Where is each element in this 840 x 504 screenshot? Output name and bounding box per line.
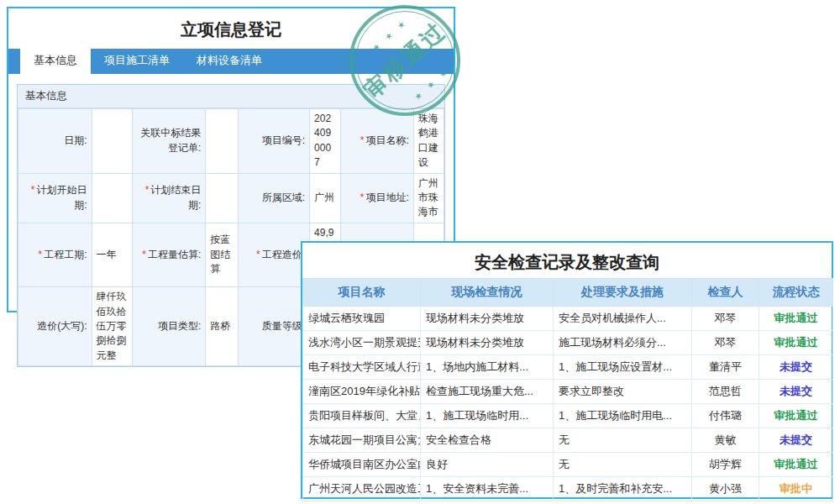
query-row: 浅水湾小区一期景观提升现场材料未分类堆放施工现场材料必须分...邓琴审批通过	[303, 331, 833, 355]
tab-bar: 基本信息 项目施工清单 材料设备清单	[8, 49, 454, 74]
col-flow-status: 流程状态	[759, 279, 833, 307]
measures-cell: 施工现场材料必须分...	[554, 331, 692, 355]
query-row: 华侨城项目南区办公室内良好无胡学辉审批通过	[303, 453, 833, 477]
site-situation-cell: 1、施工现场临时用...	[421, 404, 554, 428]
field-value	[92, 109, 132, 174]
project-name-link[interactable]: 东城花园一期项目公寓大	[303, 428, 421, 453]
query-row: 广州天河人民公园改造工1、安全资料未完善...1、及时完善和补充安...黄小强审…	[303, 477, 833, 501]
required-marker: *	[360, 192, 365, 203]
field-value	[206, 109, 238, 174]
field-label: *计划开始日期:	[18, 173, 92, 223]
form-row: 日期:关联中标结果登记单:项目编号:2024090007*项目名称:珠海鹤港口建…	[18, 109, 444, 174]
col-measures: 处理要求及措施	[554, 279, 692, 307]
field-label: *计划结束日期:	[132, 173, 206, 223]
site-situation-cell: 1、场地内施工材料...	[421, 355, 554, 380]
status-badge: 审批通过	[759, 307, 833, 331]
query-row: 贵阳项目样板间、大堂、1、施工现场临时用...1、施工现场临时用电...付伟璐审…	[303, 404, 833, 428]
query-row: 东城花园一期项目公寓大安全检查合格无黄敏未提交	[303, 428, 833, 453]
inspector-cell: 黄敏	[692, 428, 759, 453]
inspector-cell: 邓琴	[692, 331, 759, 355]
inspector-cell: 邓琴	[692, 307, 759, 331]
field-value: 珠海鹤港口建设	[413, 109, 444, 174]
field-label: 项目类型:	[132, 287, 206, 366]
query-row: 电子科技大学区域人行道1、场地内施工材料...1、施工现场应设置材...董清平未…	[303, 355, 833, 380]
status-badge: 未提交	[759, 428, 833, 453]
status-badge: 未提交	[759, 380, 833, 404]
required-marker: *	[145, 184, 150, 196]
form-row: *计划开始日期:*计划结束日期:所属区域:广州*项目地址:广州市珠海市	[18, 173, 444, 223]
project-name-link[interactable]: 贵阳项目样板间、大堂、	[303, 404, 421, 428]
field-value: 2024090007	[310, 109, 341, 174]
inspector-cell: 黄小强	[692, 477, 759, 501]
required-marker: *	[39, 249, 43, 260]
status-badge: 审批通过	[759, 404, 833, 428]
site-situation-cell: 安全检查合格	[421, 428, 554, 453]
field-label: 所属区域:	[238, 173, 310, 223]
project-name-link[interactable]: 绿城云栖玫瑰园	[303, 307, 421, 331]
measures-cell: 1、施工现场应设置材...	[554, 355, 692, 380]
col-inspector: 检查人	[692, 279, 759, 307]
field-value: 肆仟玖佰玖拾伍万零捌拾捌元整	[92, 287, 132, 366]
project-name-link[interactable]: 电子科技大学区域人行道	[303, 355, 421, 380]
field-value: 按蓝图结算	[206, 223, 238, 287]
site-situation-cell: 1、安全资料未完善...	[421, 477, 554, 501]
site-situation-cell: 良好	[421, 453, 554, 477]
project-name-link[interactable]: 浅水湾小区一期景观提升	[303, 331, 421, 355]
col-project-name: 项目名称	[303, 279, 421, 307]
field-value: 路桥	[206, 287, 238, 366]
field-label: *项目地址:	[341, 173, 414, 223]
project-name-link[interactable]: 华侨城项目南区办公室内	[303, 453, 421, 477]
field-label: 关联中标结果登记单:	[132, 109, 206, 174]
inspector-cell: 董清平	[692, 355, 759, 380]
field-label: 造价(大写):	[18, 287, 92, 366]
field-label: *工程造价:	[238, 223, 310, 287]
required-marker: *	[31, 184, 35, 196]
query-row: 绿城云栖玫瑰园现场材料未分类堆放安全员对机械操作人...邓琴审批通过	[303, 307, 833, 331]
field-label: 日期:	[18, 109, 92, 174]
measures-cell: 要求立即整改	[554, 380, 692, 404]
measures-cell: 安全员对机械操作人...	[554, 307, 692, 331]
field-value: 广州	[310, 173, 341, 223]
tab-construction-list[interactable]: 项目施工清单	[91, 47, 183, 74]
field-value: 广州市珠海市	[413, 173, 444, 223]
site-situation-cell: 现场材料未分类堆放	[421, 307, 554, 331]
field-label: 项目编号:	[238, 109, 310, 174]
required-marker: *	[360, 134, 365, 146]
measures-cell: 1、施工现场临时用电...	[554, 404, 692, 428]
safety-query-table: 项目名称 现场检查情况 处理要求及措施 检查人 流程状态 绿城云栖玫瑰园现场材料…	[302, 278, 833, 501]
field-label: *项目名称:	[341, 109, 414, 174]
field-label: 质量等级:	[238, 287, 310, 366]
query-header-row: 项目名称 现场检查情况 处理要求及措施 检查人 流程状态	[303, 279, 833, 307]
status-badge: 审批中	[759, 477, 833, 501]
field-label: *工程量估算:	[132, 223, 206, 287]
site-situation-cell: 现场材料未分类堆放	[421, 331, 554, 355]
project-name-link[interactable]: 潼南区2019年绿化补贴项	[303, 380, 421, 404]
field-label: *工程工期:	[18, 223, 92, 287]
site-situation-cell: 检查施工现场重大危...	[421, 380, 554, 404]
section-header: 基本信息	[18, 85, 444, 108]
required-marker: *	[142, 249, 146, 260]
field-value	[92, 173, 132, 223]
measures-cell: 无	[554, 428, 692, 453]
status-badge: 审批通过	[759, 453, 833, 477]
inspector-cell: 付伟璐	[692, 404, 759, 428]
page-title: 立项信息登记	[8, 8, 454, 42]
query-row: 潼南区2019年绿化补贴项检查施工现场重大危...要求立即整改范思哲未提交	[303, 380, 833, 404]
tab-basic-info[interactable]: 基本信息	[20, 46, 91, 74]
measures-cell: 1、及时完善和补充安...	[554, 477, 692, 501]
field-value: 一年	[92, 223, 132, 287]
tab-material-equipment-list[interactable]: 材料设备清单	[183, 47, 276, 74]
project-name-link[interactable]: 广州天河人民公园改造工	[303, 477, 421, 501]
query-title: 安全检查记录及整改查询	[302, 243, 832, 278]
status-badge: 审批通过	[759, 331, 833, 355]
col-site-situation: 现场检查情况	[421, 279, 554, 307]
inspector-cell: 范思哲	[692, 380, 759, 404]
field-value	[206, 173, 238, 223]
inspector-cell: 胡学辉	[692, 453, 759, 477]
measures-cell: 无	[554, 453, 692, 477]
safety-query-panel: 安全检查记录及整改查询 项目名称 现场检查情况 处理要求及措施 检查人 流程状态…	[301, 241, 833, 499]
status-badge: 未提交	[759, 355, 833, 380]
required-marker: *	[256, 249, 260, 260]
